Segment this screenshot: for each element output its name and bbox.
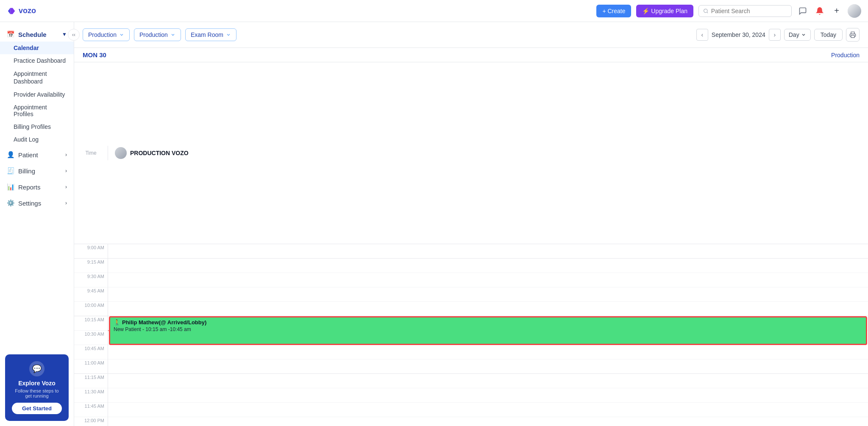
schedule-grid: Time PRODUCTION VOZO xyxy=(74,62,868,244)
filter-1-chevron-icon xyxy=(119,32,124,37)
sidebar-collapse-button[interactable]: ‹‹ xyxy=(68,29,80,41)
svg-marker-1 xyxy=(10,8,15,14)
explore-vozo-icon: 💬 xyxy=(29,361,45,376)
sidebar-item-appointment-dashboard[interactable]: AppointmentDashboard xyxy=(0,67,74,88)
appointment-patient-name: 🚶 Philip Mathew(@ Arrived/Lobby) xyxy=(114,319,862,326)
upgrade-button[interactable]: ⚡ Upgrade Plan xyxy=(636,5,693,17)
time-column-header: Time xyxy=(74,146,108,160)
sidebar-section-settings: ⚙️ Settings › xyxy=(0,196,74,210)
print-button[interactable] xyxy=(846,28,860,42)
print-icon xyxy=(849,31,856,38)
prev-date-button[interactable]: ‹ xyxy=(696,29,708,41)
reports-label: Reports xyxy=(18,184,41,191)
time-slot-1045: 10:45 AM xyxy=(74,345,108,359)
sidebar-section-schedule-header[interactable]: 📅 Schedule ▼ xyxy=(0,27,74,42)
time-slot-930: 9:30 AM xyxy=(74,273,108,287)
vozo-logo-icon xyxy=(7,6,16,16)
chat-icon-btn[interactable] xyxy=(797,5,809,17)
time-slot-1015: 10:15 AM xyxy=(74,316,108,331)
filter-3-label: Exam Room xyxy=(191,31,223,38)
schedule-body: 9:00 AM 9:15 AM 9:30 AM 9:45 AM 10:00 AM… xyxy=(74,244,868,426)
view-selector[interactable]: Day xyxy=(784,29,811,41)
sidebar-item-practice-dashboard[interactable]: Practice Dashboard xyxy=(0,54,74,67)
view-chevron-icon xyxy=(801,32,806,37)
explore-vozo-description: Follow these steps to get running xyxy=(12,388,62,398)
events-column: 🚶 Philip Mathew(@ Arrived/Lobby) New Pat… xyxy=(108,244,868,426)
user-avatar[interactable] xyxy=(848,4,861,18)
time-slot-1030: 10:30 AM xyxy=(74,331,108,345)
patient-label: Patient xyxy=(18,151,38,159)
search-icon xyxy=(703,8,709,14)
provider-avatar xyxy=(115,147,127,159)
sidebar-section-reports: 📊 Reports › xyxy=(0,180,74,194)
sidebar-item-appointment-profiles[interactable]: Appointment Profiles xyxy=(0,101,74,120)
notification-icon-btn[interactable] xyxy=(814,5,826,17)
patient-status-icon: 🚶 xyxy=(114,319,120,326)
chat-icon xyxy=(798,7,807,15)
sidebar-section-billing-header[interactable]: 🧾 Billing › xyxy=(0,164,74,178)
sidebar-section-reports-header[interactable]: 📊 Reports › xyxy=(0,180,74,194)
patient-search-bar[interactable] xyxy=(698,5,792,17)
sidebar-section-settings-header[interactable]: ⚙️ Settings › xyxy=(0,196,74,210)
time-column: 9:00 AM 9:15 AM 9:30 AM 9:45 AM 10:00 AM… xyxy=(74,244,108,426)
calendar-header-row: MON 30 Production xyxy=(74,48,868,62)
filter-1-label: Production xyxy=(88,31,117,38)
sidebar-section-patient: 👤 Patient › xyxy=(0,148,74,162)
filter-production-1[interactable]: Production xyxy=(83,28,130,41)
calendar-provider-label: Production xyxy=(831,52,860,58)
sidebar-section-patient-header[interactable]: 👤 Patient › xyxy=(0,148,74,162)
time-slot-900: 9:00 AM xyxy=(74,244,108,259)
sidebar-item-audit-log[interactable]: Audit Log xyxy=(0,133,74,146)
grid-header: Time PRODUCTION VOZO xyxy=(74,62,868,244)
date-navigation: ‹ September 30, 2024 › Day Today xyxy=(696,28,860,42)
svg-marker-0 xyxy=(8,8,11,14)
reports-chevron-icon: › xyxy=(65,184,67,190)
sidebar-item-billing-profiles[interactable]: Billing Profiles xyxy=(0,120,74,133)
annotation-arrow xyxy=(108,328,109,333)
main-content: Production Production Exam Room ‹ Septem… xyxy=(74,22,868,426)
sidebar: ‹‹ 📅 Schedule ▼ Calendar Practice Dashbo… xyxy=(0,22,74,426)
create-button[interactable]: + Create xyxy=(596,5,631,17)
svg-rect-4 xyxy=(851,35,854,37)
svg-point-2 xyxy=(704,9,707,12)
billing-icon: 🧾 xyxy=(7,167,15,175)
navbar-actions: + Create ⚡ Upgrade Plan + xyxy=(596,4,861,18)
add-icon-btn[interactable]: + xyxy=(831,5,843,17)
time-slot-945: 9:45 AM xyxy=(74,287,108,302)
calendar-toolbar: Production Production Exam Room ‹ Septem… xyxy=(74,22,868,48)
patient-search-input[interactable] xyxy=(711,8,787,14)
explore-vozo-title: Explore Vozo xyxy=(12,380,62,387)
filter-production-2[interactable]: Production xyxy=(134,28,181,41)
sidebar-section-schedule: 📅 Schedule ▼ Calendar Practice Dashboard… xyxy=(0,27,74,146)
app-logo[interactable]: vozo xyxy=(7,6,36,16)
notification-icon xyxy=(815,7,824,15)
filter-3-chevron-icon xyxy=(226,32,231,37)
settings-icon: ⚙️ xyxy=(7,199,15,207)
billing-label: Billing xyxy=(18,167,35,175)
time-slot-1130: 11:30 AM xyxy=(74,388,108,403)
filter-exam-room[interactable]: Exam Room xyxy=(185,28,236,41)
filter-2-label: Production xyxy=(139,31,168,38)
patient-icon: 👤 xyxy=(7,151,15,159)
settings-label: Settings xyxy=(18,200,41,207)
time-slot-1000: 10:00 AM xyxy=(74,302,108,316)
appointment-block[interactable]: 🚶 Philip Mathew(@ Arrived/Lobby) New Pat… xyxy=(109,316,867,345)
calendar-day-label: MON 30 xyxy=(83,51,106,58)
time-slot-1100: 11:00 AM xyxy=(74,359,108,374)
settings-chevron-icon: › xyxy=(65,200,67,206)
time-slot-1115: 11:15 AM xyxy=(74,374,108,388)
get-started-button[interactable]: Get Started xyxy=(12,403,62,414)
appointment-details: New Patient - 10:15 am -10:45 am xyxy=(114,326,862,332)
patient-chevron-icon: › xyxy=(65,152,67,158)
sidebar-item-provider-availability[interactable]: Provider Availability xyxy=(0,88,74,101)
provider-name: PRODUCTION VOZO xyxy=(130,150,189,156)
sidebar-section-billing: 🧾 Billing › xyxy=(0,164,74,178)
app-layout: ‹‹ 📅 Schedule ▼ Calendar Practice Dashbo… xyxy=(0,0,868,426)
date-nav-controls: ‹ September 30, 2024 › xyxy=(696,29,781,41)
today-button[interactable]: Today xyxy=(814,29,843,41)
schedule-chevron-icon: ▼ xyxy=(62,31,67,37)
schedule-label: Schedule xyxy=(18,31,47,38)
next-date-button[interactable]: › xyxy=(769,29,781,41)
time-slot-1145: 11:45 AM xyxy=(74,403,108,417)
sidebar-item-calendar[interactable]: Calendar xyxy=(0,42,74,54)
